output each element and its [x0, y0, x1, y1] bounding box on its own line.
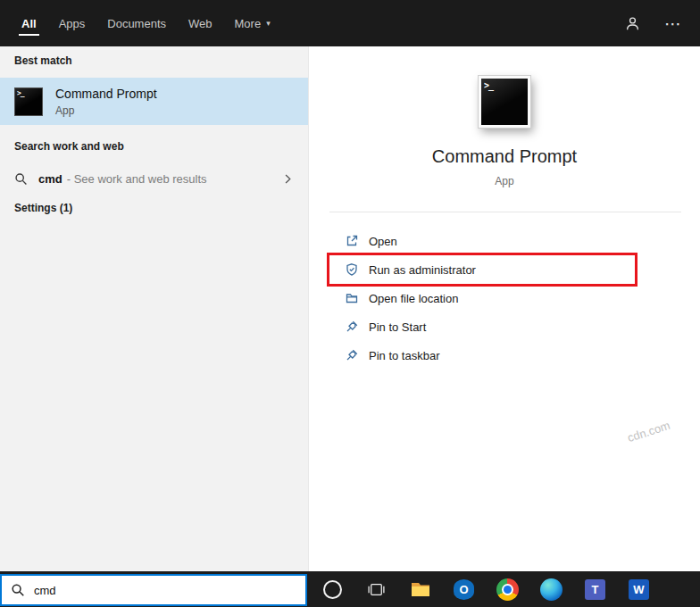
outlook-icon: O: [454, 579, 474, 600]
taskbar-search-box[interactable]: [0, 574, 307, 606]
web-section-header: Search work and web: [14, 140, 124, 153]
tab-more[interactable]: More ▾: [235, 0, 271, 46]
task-view-icon: [367, 580, 386, 599]
admin-shield-icon: [345, 262, 359, 277]
pin-icon: [345, 320, 359, 334]
command-prompt-icon-large: [479, 76, 530, 128]
word-button[interactable]: W: [617, 571, 661, 607]
best-match-result[interactable]: Command Prompt App: [0, 78, 308, 125]
action-open-label: Open: [369, 235, 397, 248]
search-input[interactable]: [34, 584, 305, 597]
open-icon: [345, 234, 359, 248]
tab-all-label: All: [21, 17, 37, 30]
cortana-icon: [323, 580, 342, 599]
action-pin-to-taskbar[interactable]: Pin to taskbar: [329, 341, 681, 370]
action-pin-to-start[interactable]: Pin to Start: [329, 312, 681, 341]
action-open-file-location[interactable]: Open file location: [329, 284, 681, 312]
taskbar-icons: O T W: [311, 571, 661, 607]
preview-title: Command Prompt: [309, 146, 700, 167]
action-open-file-location-label: Open file location: [369, 292, 458, 305]
search-filter-bar: All Apps Documents Web More ▾: [0, 0, 700, 46]
windows-search-flyout: All Apps Documents Web More ▾: [0, 0, 700, 607]
tab-apps[interactable]: Apps: [59, 0, 86, 46]
web-suggestion-item[interactable]: cmd - See work and web results: [0, 164, 308, 193]
best-match-title: Command Prompt: [55, 87, 157, 101]
tab-documents[interactable]: Documents: [107, 0, 166, 46]
chrome-button[interactable]: [486, 571, 529, 607]
best-match-text: Command Prompt App: [55, 87, 157, 117]
chrome-icon: [496, 578, 519, 601]
tab-more-label: More: [235, 17, 262, 30]
file-explorer-icon: [410, 578, 431, 600]
outlook-button[interactable]: O: [442, 571, 486, 607]
action-run-as-administrator-label: Run as administrator: [369, 263, 476, 277]
filter-tabs: All Apps Documents Web More ▾: [0, 0, 700, 46]
search-icon: [14, 172, 28, 186]
topbar-actions: ⋯: [624, 0, 682, 46]
web-suggestion-query: cmd: [38, 172, 62, 186]
chevron-down-icon: ▾: [266, 19, 271, 28]
teams-icon: T: [585, 579, 605, 600]
best-match-header: Best match: [14, 54, 72, 67]
action-open[interactable]: Open: [329, 227, 681, 255]
preview-subtitle: App: [309, 175, 700, 187]
file-location-icon: [345, 291, 359, 305]
chevron-right-icon[interactable]: [282, 173, 294, 185]
best-match-subtitle: App: [55, 104, 157, 117]
tab-apps-label: Apps: [59, 17, 86, 30]
cortana-button[interactable]: [311, 571, 354, 607]
watermark: cdn.com: [626, 419, 671, 445]
edge-icon: [540, 578, 562, 601]
command-prompt-icon: [14, 87, 43, 116]
tab-documents-label: Documents: [107, 17, 166, 30]
search-icon: [11, 583, 25, 597]
tab-web[interactable]: Web: [188, 0, 212, 46]
task-view-button[interactable]: [354, 571, 398, 607]
tab-web-label: Web: [188, 17, 212, 30]
result-preview-panel: Command Prompt App Open: [308, 46, 700, 571]
command-prompt-icon: [479, 76, 530, 128]
user-feedback-icon[interactable]: [624, 15, 641, 32]
divider: [329, 212, 681, 212]
word-icon: W: [629, 579, 649, 600]
tab-all[interactable]: All: [21, 0, 37, 46]
settings-section-header: Settings (1): [14, 202, 72, 214]
web-suggestion-hint: - See work and web results: [67, 172, 207, 186]
taskbar: O T W: [0, 571, 700, 607]
teams-button[interactable]: T: [573, 571, 617, 607]
action-pin-to-start-label: Pin to Start: [369, 320, 426, 334]
edge-button[interactable]: [529, 571, 573, 607]
more-options-icon[interactable]: ⋯: [664, 15, 682, 32]
action-run-as-administrator[interactable]: Run as administrator: [329, 255, 635, 284]
context-actions: Open Run as administrator: [329, 227, 681, 370]
search-results-panel: Best match Command Prompt App Search wor…: [0, 46, 308, 571]
action-pin-to-taskbar-label: Pin to taskbar: [369, 349, 440, 362]
file-explorer-button[interactable]: [398, 571, 442, 607]
pin-icon: [345, 348, 359, 362]
